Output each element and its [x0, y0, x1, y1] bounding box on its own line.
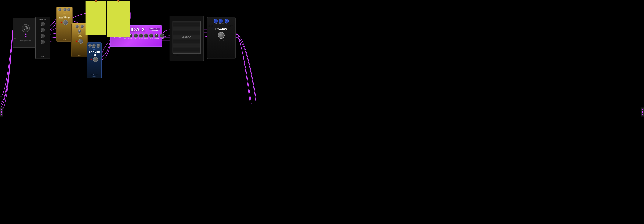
- aida-depth-control: DEPTH: [149, 34, 153, 39]
- aida-middle-control: MIDDLE: [139, 34, 143, 39]
- rocker83-stomp[interactable]: [93, 57, 98, 62]
- plexi-breed-gain-row: GAIN: [78, 30, 81, 34]
- plexi-breed-led: [76, 41, 77, 42]
- aida-bass-label: BASS: [135, 38, 137, 39]
- roomy-mix-label: MIX: [224, 23, 229, 24]
- aida-treble-control: TREBLE: [144, 34, 148, 39]
- rocker83-footer: [91, 57, 98, 62]
- lead-trilogy-name: Lead Lead Trilogy: [59, 15, 70, 19]
- port-label-2: 2: [14, 36, 15, 37]
- aida-middle-knob[interactable]: [139, 34, 143, 38]
- rocker83-treble-knob[interactable]: [92, 44, 96, 47]
- roomy-decay-knob[interactable]: [214, 19, 218, 23]
- amp-logo-container: ⊕MOD: [182, 36, 192, 39]
- plexi-breed-name: PlexiBreed: [78, 34, 82, 38]
- roomy-plugin: DECAY DAMPING MIX ⬧ INPUT ● OUTPUT ⬧ Roo…: [207, 17, 236, 59]
- lead-trilogy-led: [61, 22, 62, 23]
- aida-treble-label: TREBLE: [144, 38, 148, 39]
- port-dot-1: [25, 34, 26, 35]
- output-port-dot-3: [642, 114, 643, 115]
- input-port-dot-3: [1, 114, 2, 115]
- note-card-1[interactable]: [86, 1, 106, 35]
- rocker83-subtitle: Mini Distortion: [91, 74, 98, 75]
- switch-trigger-knob-4[interactable]: [41, 40, 45, 44]
- roomy-knobs-row: DECAY DAMPING MIX: [214, 19, 229, 24]
- port-label-1: 1: [14, 34, 15, 35]
- plexi-breed-stomp[interactable]: [78, 39, 83, 44]
- rocker83-brand: Dekade: [92, 76, 96, 77]
- roomy-stomp[interactable]: [218, 32, 224, 39]
- switch-trigger-knob-2[interactable]: [41, 28, 45, 32]
- lead-trilogy-brand: Dekade: [62, 39, 66, 40]
- plexi-breed-gain-knob[interactable]: [78, 30, 81, 33]
- switch-trigger-brand: MOD: [42, 56, 44, 57]
- rocker83-knob-row: VOL TREBLE GAIN: [88, 44, 100, 48]
- roomy-damping-knob[interactable]: [219, 19, 223, 23]
- plexi-breed-gain-label: GAIN: [78, 33, 81, 34]
- plexi-breed-plugin: VOLUME TONE GAIN PlexiBreed Dekade: [72, 23, 88, 57]
- plexi-breed-volume-knob[interactable]: [76, 25, 79, 28]
- roomy-mix-knob[interactable]: [224, 19, 229, 23]
- switch-trigger-knob-3[interactable]: [41, 34, 45, 38]
- thumbtack-2: [117, 0, 120, 2]
- lead-trilogy-drive-label: DRIVE: [62, 13, 66, 15]
- aida-x-preset: SHOWCASE VIBRO NRM: [150, 28, 160, 32]
- rocker83-treble-label: TREBLE: [92, 47, 96, 48]
- rocker83-name: ROCKER83: [88, 51, 100, 57]
- roomy-name: Roomy: [215, 27, 227, 31]
- roomy-damping-label: DAMPING: [219, 23, 224, 24]
- plexi-breed-footer: [76, 39, 83, 44]
- aida-pre-label: PRE: [124, 38, 126, 39]
- plexi-breed-volume-label: VOLUME: [76, 28, 80, 29]
- rocker83-led: [91, 59, 92, 60]
- aida-output-knob[interactable]: [160, 34, 164, 38]
- svg-rect-1: [25, 27, 26, 29]
- amp-brand-left: ⊕ MODdevices: [171, 54, 180, 56]
- lead-trilogy-knob-row: VOLUME TONE GAIN: [58, 8, 70, 13]
- thumbtack-1: [95, 0, 97, 2]
- lead-trilogy-stomp[interactable]: [63, 20, 68, 25]
- plexi-breed-knob-row: VOLUME TONE: [76, 25, 84, 29]
- plexi-breed-tone-knob[interactable]: [80, 25, 84, 28]
- rocker83-plugin: VOL TREBLE GAIN DIST ROCKER83 Mini Disto…: [87, 43, 102, 78]
- aida-depth-label: DEPTH: [150, 38, 152, 39]
- plexi-breed-brand: Dekade: [78, 55, 81, 56]
- roomy-decay-label: DECAY: [214, 23, 218, 24]
- left-input-connector: [0, 108, 3, 116]
- lead-trilogy-footer: [61, 20, 68, 25]
- aida-treble-knob[interactable]: [144, 34, 148, 38]
- input-port-dot-1: [1, 109, 2, 110]
- aida-bass-knob[interactable]: [134, 34, 138, 38]
- switch-trigger-title: Switch Trigger: [39, 19, 47, 20]
- lead-trilogy-tone-knob[interactable]: [63, 8, 67, 12]
- rocker83-gain-knob[interactable]: [97, 44, 100, 47]
- aida-middle-label: MIDDLE: [139, 38, 143, 39]
- mod-amp-plugin: ⊕MOD ⊕ MODdevices CABINET: [170, 16, 204, 61]
- switch-trigger-knob-1[interactable]: [41, 22, 45, 26]
- rocker83-gain-label: GAIN: [97, 47, 100, 48]
- amp-model: CABINET: [197, 54, 202, 56]
- port-label-m: M: [14, 38, 16, 39]
- auto-input-selector-plugin: 1 1 2 2 M Auto Input Selector: [13, 18, 39, 48]
- port-row-2: 2 2: [14, 36, 37, 37]
- amp-footer: ⊕ MODdevices CABINET: [171, 54, 202, 56]
- lead-trilogy-gain-label: GAIN: [67, 12, 70, 13]
- port-dot-2: [25, 36, 26, 37]
- aida-presence-knob[interactable]: [154, 34, 158, 38]
- output-port-dot-1: [642, 109, 643, 110]
- aida-output-label: OUTPUT: [160, 38, 164, 39]
- right-output-connector: [641, 108, 644, 116]
- note-card-2[interactable]: [107, 1, 130, 37]
- auto-input-label: Auto Input Selector: [20, 40, 32, 42]
- plexi-breed-tone-label: TONE: [80, 28, 84, 29]
- rocker83-volume-knob[interactable]: [88, 44, 92, 47]
- lead-trilogy-volume-label: VOLUME: [58, 12, 63, 13]
- aida-depth-knob[interactable]: [149, 34, 153, 38]
- switch-trigger-plugin: Switch Trigger MOD: [36, 17, 50, 59]
- roomy-decay-control: DECAY: [214, 19, 218, 24]
- aida-output-control: OUTPUT: [160, 34, 164, 39]
- aida-vibro-label: VIBRO NRM: [151, 30, 158, 32]
- roomy-led: ●: [220, 25, 221, 27]
- lead-trilogy-gain-knob[interactable]: [67, 8, 70, 12]
- lead-trilogy-volume-knob[interactable]: [58, 8, 62, 12]
